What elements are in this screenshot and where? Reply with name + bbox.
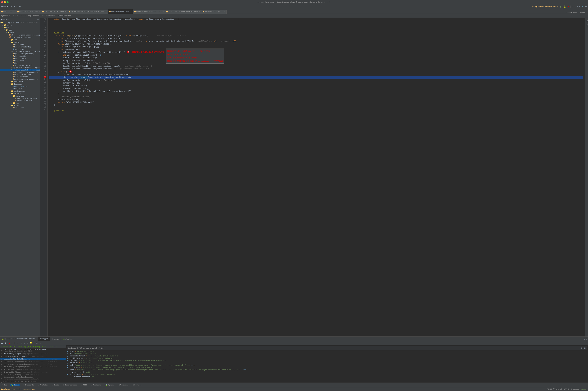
- tree-item-logback[interactable]: ▶ 📦 ch.qos.logback.core.rolling: [0, 34, 40, 36]
- tab-departmentdao[interactable]: DepartmentDao.java ×: [16, 10, 41, 14]
- eval-collapse-btn[interactable]: ⊟: [584, 347, 586, 349]
- actuator-tab[interactable]: ◉ Actuator: [61, 337, 74, 341]
- maven-tab[interactable]: Maven ▸: [579, 12, 588, 14]
- tree-item-src[interactable]: ▼ 📁 src: [0, 26, 40, 29]
- stack-doupdate[interactable]: ▶ doUpdate:71, BatchExecutor (org.apache…: [0, 358, 66, 360]
- tree-item-decoder[interactable]: ▼ 📦 com.data.en.decoder: [0, 36, 40, 39]
- step-out-btn[interactable]: ↑: [23, 342, 25, 345]
- nav-problems[interactable]: ⚠ Problems: [90, 384, 102, 386]
- tree-item-utils[interactable]: ▶ 📁 utils: [0, 104, 40, 107]
- tree-item-isqlparser[interactable]: I ISqlParser: [0, 48, 40, 50]
- step-over-btn[interactable]: ↷: [13, 342, 16, 345]
- tree-item-entityuser[interactable]: ▶ 📁 entity.user: [0, 90, 40, 92]
- tab-basestatement[interactable]: BaseStatementHandler.java ×: [133, 10, 165, 14]
- toolbar-btn-3[interactable]: ⇈: [16, 5, 18, 8]
- tree-item-rabbitconfig[interactable]: J RabbitConfig: [0, 57, 40, 60]
- stack-update-76[interactable]: ▶ update:76, BaseExecutor (org.apache.ib…: [0, 360, 66, 363]
- reader-mode-btn[interactable]: Reader Mode: [565, 12, 579, 14]
- var-ms[interactable]: ▶ ms = {MappedStatement@8270}: [67, 353, 588, 355]
- tab-testcontroller[interactable]: TestController.java ×: [41, 10, 67, 14]
- tree-item-java[interactable]: ▼ 📁 java: [0, 31, 40, 34]
- tab-close[interactable]: ×: [163, 11, 164, 13]
- var-currentstatement[interactable]: ↳ currentStatement = null: [67, 376, 588, 378]
- tree-item-daouser[interactable]: ▼ 📁 dao.user: [0, 83, 40, 85]
- var-transaction[interactable]: ▶ transaction = {SpringManagedTransactio…: [67, 373, 588, 376]
- tree-item-sqlinsert[interactable]: J SQLInsertLogInterceptor: [0, 71, 40, 73]
- stack-invoke-498[interactable]: ▶ invoke:498, Method (java.lang.reflect): [0, 368, 66, 371]
- var-handler[interactable]: ▶ handler = {$Proxy113@8277} "org.apache…: [67, 360, 588, 362]
- tree-item-impluser[interactable]: ▼ 📁 impl.user: [0, 95, 40, 97]
- tree-item-sqlbatchupdate[interactable]: J SQLBatchUpdateLogInterceptor: [0, 69, 40, 71]
- debug-section-label[interactable]: 🐛 SpringDataEnDecoderApplication ×: [0, 337, 38, 341]
- step-into-btn[interactable]: ↓: [17, 342, 19, 345]
- tree-item-datascope[interactable]: J DataScope: [0, 43, 40, 46]
- tab-close[interactable]: ×: [199, 11, 200, 13]
- tab-batchexecutor[interactable]: BatchExecutor.java ×: [108, 9, 133, 14]
- tree-item-main[interactable]: ▼ 📁 main: [0, 29, 40, 31]
- var-currentsql[interactable]: ↳ currentSql = null: [67, 371, 588, 373]
- tree-item-pluginutils[interactable]: J PluginUtils: [0, 55, 40, 57]
- stack-update-proxy[interactable]: ▶ update:-1, $Proxy112 (com.sun.proxy): [0, 373, 66, 376]
- tab-close[interactable]: ×: [105, 11, 106, 13]
- close-button[interactable]: [1, 1, 3, 3]
- sidebar-settings[interactable]: ⚙: [37, 18, 39, 21]
- tree-item-scopedata[interactable]: J ScopeData: [0, 60, 40, 62]
- run-to-cursor-btn[interactable]: ⤵: [26, 342, 28, 345]
- tree-item-sinfo[interactable]: J $Info: [0, 62, 40, 64]
- step-into-force-btn[interactable]: ⇓: [19, 342, 23, 345]
- debugger-tab[interactable]: Debugger: [38, 337, 50, 341]
- tree-item-service[interactable]: ▼ 📁 service: [0, 92, 40, 95]
- tree-item-mybatisplugin[interactable]: J MybatisPluginConfig: [0, 53, 40, 55]
- debug-btn[interactable]: 🐛: [563, 5, 567, 8]
- tree-item-sqlparserinfo[interactable]: J SqlParserInfo: [0, 76, 40, 78]
- minimize-button[interactable]: [4, 1, 6, 3]
- tab-user-java[interactable]: User.java ×: [0, 10, 16, 14]
- nav-debug[interactable]: 🐛 Debug: [10, 384, 20, 386]
- stack-invoke-63[interactable]: ▶ invoke:63, Plugin (org.apache.ibatis.p…: [0, 371, 66, 373]
- tab-close[interactable]: ×: [39, 11, 40, 13]
- tree-item-springctx[interactable]: J SpringContextUtils: [0, 64, 40, 67]
- evaluate-btn[interactable]: 💡: [29, 342, 33, 345]
- var-parameterobject[interactable]: ▶ parameterObject = {MapperParamMap@9812…: [67, 355, 588, 357]
- toolbar-btn-1[interactable]: ⊞: [10, 5, 13, 8]
- tab-close[interactable]: ×: [131, 11, 131, 12]
- tree-item-departmentdao[interactable]: I DepartmentDao: [0, 85, 40, 88]
- tab-baseexecutor[interactable]: BaseExecutor.ja... ×: [201, 10, 227, 14]
- var-stmt[interactable]: ▶ stmt = {DruidPooledStatement@9278} "co…: [67, 369, 588, 371]
- run-btn[interactable]: ▶: [559, 5, 562, 8]
- code-editor[interactable]: 49 50 51 52 53 54 55 56 57 58 59 60 61 6…: [40, 18, 585, 336]
- debug-settings2-btn[interactable]: ≡: [39, 342, 41, 345]
- eval-expand-btn[interactable]: ⊞: [580, 347, 583, 349]
- nav-build[interactable]: ⚒ Build: [51, 384, 60, 386]
- nav-spring[interactable]: 🍃 Spring: [104, 384, 115, 386]
- stack-invoke-43[interactable]: ▶ invoke:43, DelegatingMethodAccessorImp…: [0, 366, 66, 368]
- run-config-btn[interactable]: SpringDataEnDecoderApplication ▾: [531, 5, 559, 8]
- nav-profiler[interactable]: ◑ Profiler: [37, 384, 49, 386]
- filter-icon[interactable]: ▼: [585, 342, 588, 344]
- stack-parameterize[interactable]: ▶ parameterize:-1, $Proxy113 (com.sun.pr…: [0, 355, 66, 358]
- tree-item-sqlselect[interactable]: J SqlSelectLogInterceptor: [0, 78, 40, 80]
- stack-intercept[interactable]: ▶ intercept:84, SQLBatchUpdateLogInterce…: [0, 348, 66, 352]
- tree-item-mybatisbaomidou[interactable]: J MyBatisBaomidouServiceImpl: [0, 50, 40, 53]
- debug-settings-btn[interactable]: ⚙: [583, 338, 586, 341]
- tree-item-user[interactable]: ▶ 📁 user: [0, 102, 40, 104]
- search-btn[interactable]: 🔍: [581, 5, 584, 8]
- tree-item-root[interactable]: ▼ 📁 spring-data-test ~/github/spring-dat…: [0, 21, 40, 24]
- nav-services[interactable]: ⊞ Services: [132, 384, 143, 386]
- nav-todo[interactable]: ☑ TODO: [81, 384, 88, 386]
- git-btn[interactable]: Git: ✓ ✓ ✓: [571, 5, 581, 8]
- resume-btn[interactable]: ▶: [0, 342, 3, 345]
- var-boundsql[interactable]: ▶ boundSql = {BoundSql@9814}: [67, 362, 588, 364]
- stack-invoke-198[interactable]: ▶ invoke:198, DefaultSqlSession (org.apa…: [0, 376, 66, 380]
- tab-preparedstatement[interactable]: PreparedStatementHandler.java ×: [165, 10, 201, 14]
- nav-endpoints[interactable]: ⊕ Endpoints: [22, 384, 35, 386]
- tree-item-departmentserviceimpl[interactable]: J DepartmentServiceImpl: [0, 97, 40, 99]
- var-this[interactable]: ▶ this = {BatchExecutor@9811}: [67, 350, 588, 353]
- settings-btn[interactable]: ⚙: [585, 5, 588, 8]
- tab-sqlbatch[interactable]: SQLBatchUpdateLogInterceptor.java ×: [67, 10, 108, 14]
- tree-item-datasourceconfig[interactable]: J DataSourceConfig: [0, 46, 40, 48]
- maximize-button[interactable]: [7, 1, 8, 3]
- var-sql[interactable]: ▶ sql = "UPDATE user SET is_delete=?,\ng…: [67, 364, 588, 366]
- nav-dependencies[interactable]: ⊞ Dependencies: [63, 384, 78, 386]
- var-connection[interactable]: ▶ connection = {DruidPooledConnection@98…: [67, 366, 588, 369]
